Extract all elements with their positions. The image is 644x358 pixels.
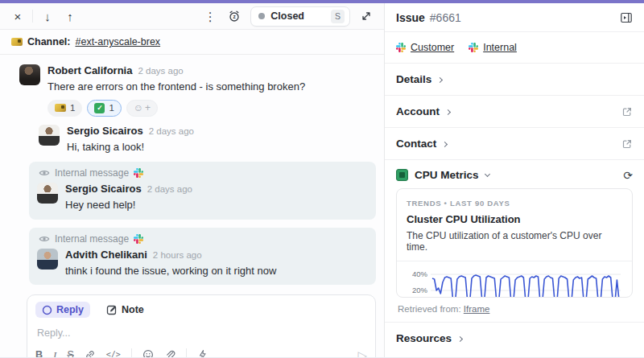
expand-button[interactable] xyxy=(358,8,374,24)
chevron-down-icon xyxy=(484,171,489,177)
next-issue-button[interactable]: ↓ xyxy=(39,8,56,24)
note-pencil-icon xyxy=(106,304,118,315)
refresh-metrics-button[interactable]: ⟳ xyxy=(623,170,633,181)
svg-text:z: z xyxy=(233,14,237,19)
ai-assist-button[interactable] xyxy=(197,349,208,357)
avatar[interactable] xyxy=(37,249,58,270)
cpu-metrics-label: CPU Metrics xyxy=(415,169,479,181)
toolbar-divider xyxy=(186,348,187,357)
tag-internal-label: Internal xyxy=(483,42,517,53)
chevron-right-icon xyxy=(437,76,443,82)
tab-note-label: Note xyxy=(122,304,144,315)
section-account[interactable]: Account xyxy=(385,96,644,128)
message-text: Hey need help! xyxy=(65,198,368,212)
emoji-icon xyxy=(142,349,154,357)
cpu-line-series xyxy=(432,275,619,298)
status-dropdown[interactable]: Closed S xyxy=(250,6,350,27)
message-timestamp: 2 hours ago xyxy=(153,250,202,260)
status-label: Closed xyxy=(270,10,304,22)
message-text: There are errors on the frontend - is so… xyxy=(47,80,376,94)
author-name: Advith Chelikani xyxy=(65,249,147,261)
status-shortcut-badge: S xyxy=(331,10,345,23)
reaction-count: 1 xyxy=(109,103,114,113)
reply-input[interactable] xyxy=(37,327,369,339)
issue-title: Issue xyxy=(396,11,425,24)
avatar[interactable] xyxy=(19,64,40,85)
message-text: Hi, taking a look! xyxy=(67,140,376,154)
expand-diagonal-icon xyxy=(361,10,372,22)
close-button[interactable]: × xyxy=(10,8,26,24)
brex-card-emoji xyxy=(55,104,66,112)
issue-toolbar: × ↓ ↑ ⋮ z Closed xyxy=(0,3,384,30)
issue-number: #6661 xyxy=(430,11,461,24)
message-text: think i found the issue, working on it r… xyxy=(65,264,368,278)
internal-message-block: Internal message Advith Chelikani 2 hour… xyxy=(29,228,376,286)
toolbar-divider xyxy=(32,10,33,23)
tab-note[interactable]: Note xyxy=(100,302,151,318)
retrieved-link[interactable]: Iframe xyxy=(464,304,490,314)
emoji-button[interactable] xyxy=(142,349,154,357)
reaction-check-mark[interactable]: ✓ 1 xyxy=(87,100,121,117)
chevron-right-icon xyxy=(445,109,451,114)
author-name: Sergio Sicairos xyxy=(67,125,143,137)
ytick-20: 20% xyxy=(412,286,428,294)
tag-customer[interactable]: Customer xyxy=(396,42,454,53)
snooze-button[interactable]: z xyxy=(226,8,242,24)
section-contact[interactable]: Contact xyxy=(385,128,644,160)
open-contact-external-button[interactable] xyxy=(621,138,633,150)
tag-internal[interactable]: Internal xyxy=(469,42,517,53)
send-button[interactable]: ▷ xyxy=(357,349,367,357)
internal-message-label: Internal message xyxy=(55,167,129,179)
section-resources[interactable]: Resources xyxy=(385,323,644,354)
reaction-count: 1 xyxy=(70,103,75,113)
cpu-metrics-card: TRENDS • LAST 90 DAYS Cluster CPU Utiliz… xyxy=(396,188,633,298)
reactions-row: 1 ✓ 1 ☺+ xyxy=(47,100,376,117)
previous-issue-button[interactable]: ↑ xyxy=(62,8,78,24)
tab-reply[interactable]: Reply xyxy=(35,302,90,318)
bold-button[interactable]: B xyxy=(35,350,43,357)
attach-button[interactable] xyxy=(164,349,175,357)
card-divider xyxy=(397,261,632,261)
slack-icon xyxy=(134,234,143,244)
avatar[interactable] xyxy=(39,125,60,146)
link-button[interactable] xyxy=(85,349,96,357)
cpu-chart-svg: 40% 20% 0% xyxy=(407,266,622,298)
message: Sergio Sicairos 2 days ago Hi, taking a … xyxy=(39,125,376,154)
open-account-external-button[interactable] xyxy=(621,106,633,117)
issue-tags: Customer Internal xyxy=(385,32,644,64)
external-link-icon xyxy=(621,138,633,150)
channel-label: Channel: xyxy=(27,36,70,47)
cpu-chip-icon xyxy=(396,169,408,181)
message: Robert California 2 days ago There are e… xyxy=(19,64,376,117)
issue-header: Issue #6661 xyxy=(385,3,644,32)
section-account-label: Account xyxy=(396,105,440,117)
channel-link[interactable]: #ext-anyscale-brex xyxy=(75,36,160,47)
strikethrough-button[interactable]: S xyxy=(67,350,73,357)
conversation-pane: × ↓ ↑ ⋮ z Closed xyxy=(0,3,385,357)
message-timestamp: 2 days ago xyxy=(147,184,192,194)
issue-details-pane: Issue #6661 Customer Internal xyxy=(385,3,644,357)
message-timestamp: 2 days ago xyxy=(138,66,183,76)
avatar[interactable] xyxy=(37,183,58,204)
message: Advith Chelikani 2 hours ago think i fou… xyxy=(37,249,368,278)
retrieved-from: Retrieved from: Iframe xyxy=(385,298,644,323)
status-dot-icon xyxy=(258,13,265,19)
cpu-metrics-header[interactable]: CPU Metrics ⟳ xyxy=(385,160,644,187)
eye-icon xyxy=(39,167,50,179)
chevron-right-icon xyxy=(442,141,448,146)
check-mark-emoji: ✓ xyxy=(94,103,105,113)
toolbar-divider xyxy=(131,348,132,357)
section-resources-label: Resources xyxy=(396,332,452,344)
reply-circle-icon xyxy=(42,305,52,315)
message: Sergio Sicairos 2 days ago Hey need help… xyxy=(37,183,368,212)
code-button[interactable]: </> xyxy=(106,351,121,357)
reaction-brex-card[interactable]: 1 xyxy=(47,100,82,117)
section-details-label: Details xyxy=(396,73,431,85)
add-reaction-button[interactable]: ☺+ xyxy=(126,100,158,117)
more-options-button[interactable]: ⋮ xyxy=(202,8,218,24)
section-details[interactable]: Details xyxy=(385,64,644,96)
app-window: × ↓ ↑ ⋮ z Closed xyxy=(0,0,644,358)
cpu-utilization-chart: 40% 20% 0% xyxy=(407,266,622,298)
italic-button[interactable]: I xyxy=(53,350,56,357)
collapse-panel-button[interactable] xyxy=(620,11,633,24)
